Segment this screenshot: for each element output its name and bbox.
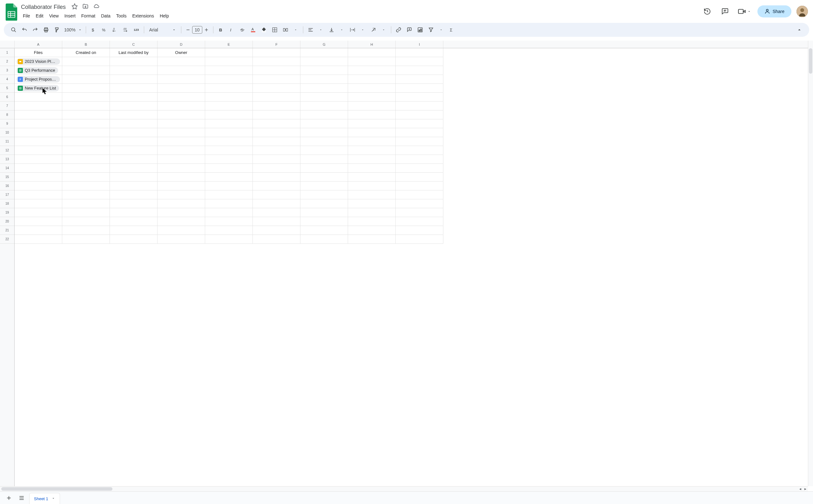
zoom-select[interactable]: 100% xyxy=(63,27,83,32)
print-icon[interactable] xyxy=(41,25,51,35)
svg-text:Σ: Σ xyxy=(450,28,452,32)
italic-icon[interactable]: I xyxy=(227,25,236,35)
bold-icon[interactable]: B xyxy=(216,25,225,35)
rotate-icon[interactable]: A xyxy=(369,25,378,35)
more-formats-icon[interactable]: 123 xyxy=(132,25,141,35)
share-button[interactable]: Share xyxy=(757,5,791,17)
svg-rect-29 xyxy=(251,31,255,32)
filter-dropdown-icon[interactable] xyxy=(437,25,446,35)
rotate-dropdown-icon[interactable] xyxy=(379,25,388,35)
svg-text:.00: .00 xyxy=(123,28,127,30)
cloud-status-icon[interactable] xyxy=(93,3,99,11)
svg-rect-45 xyxy=(418,28,423,32)
link-icon[interactable] xyxy=(394,25,403,35)
merge-dropdown-icon[interactable] xyxy=(291,25,300,35)
menu-data[interactable]: Data xyxy=(98,12,113,20)
svg-text:%: % xyxy=(102,28,105,32)
v-align-icon[interactable] xyxy=(327,25,336,35)
strikethrough-icon[interactable]: S xyxy=(237,25,247,35)
svg-rect-47 xyxy=(421,29,421,31)
text-color-icon[interactable]: A xyxy=(248,25,258,35)
menu-extensions[interactable]: Extensions xyxy=(130,12,156,20)
svg-rect-34 xyxy=(283,29,285,31)
account-avatar[interactable] xyxy=(796,6,808,17)
increase-font-icon[interactable] xyxy=(202,25,210,35)
svg-text:B: B xyxy=(219,28,222,32)
h-align-dropdown-icon[interactable] xyxy=(316,25,325,35)
history-icon[interactable] xyxy=(701,5,714,18)
menu-insert[interactable]: Insert xyxy=(62,12,78,20)
merge-cells-icon[interactable] xyxy=(281,25,290,35)
comments-icon[interactable] xyxy=(719,5,731,18)
svg-rect-46 xyxy=(419,30,420,31)
zoom-value: 100% xyxy=(64,27,76,32)
meet-button[interactable] xyxy=(736,7,752,16)
menu-help[interactable]: Help xyxy=(157,12,171,20)
star-icon[interactable] xyxy=(71,3,78,11)
increase-decimal-icon[interactable]: .00 xyxy=(121,25,130,35)
borders-icon[interactable] xyxy=(270,25,279,35)
menu-file[interactable]: File xyxy=(20,12,33,20)
svg-text:I: I xyxy=(230,28,231,32)
fill-color-icon[interactable] xyxy=(259,25,269,35)
font-size-input[interactable] xyxy=(192,26,202,34)
svg-point-8 xyxy=(800,8,804,12)
collapse-toolbar-icon[interactable] xyxy=(795,25,804,35)
comment-icon[interactable] xyxy=(404,25,414,35)
redo-icon[interactable] xyxy=(30,25,40,35)
menu-format[interactable]: Format xyxy=(79,12,98,20)
chart-icon[interactable] xyxy=(416,25,425,35)
wrap-dropdown-icon[interactable] xyxy=(358,25,367,35)
move-icon[interactable] xyxy=(82,3,89,11)
svg-text:.0: .0 xyxy=(112,28,115,30)
toolbar: 100% $ % .0 .00 123 Arial B I S A A Σ xyxy=(4,23,809,37)
font-select[interactable]: Arial xyxy=(147,27,178,32)
svg-text:A: A xyxy=(373,29,374,31)
font-value: Arial xyxy=(149,27,158,32)
search-menus-icon[interactable] xyxy=(9,25,18,35)
undo-icon[interactable] xyxy=(20,25,29,35)
menu-edit[interactable]: Edit xyxy=(33,12,46,20)
percent-icon[interactable]: % xyxy=(99,25,109,35)
sheets-logo[interactable] xyxy=(5,3,18,20)
menu-tools[interactable]: Tools xyxy=(114,12,129,20)
decrease-font-icon[interactable] xyxy=(184,25,192,35)
v-align-dropdown-icon[interactable] xyxy=(337,25,346,35)
doc-title[interactable]: Collaborator Files xyxy=(20,4,66,10)
h-align-icon[interactable] xyxy=(306,25,315,35)
filter-icon[interactable] xyxy=(426,25,436,35)
svg-text:A: A xyxy=(251,27,254,31)
svg-point-9 xyxy=(11,28,15,31)
decrease-decimal-icon[interactable]: .0 xyxy=(110,25,120,35)
share-label: Share xyxy=(773,9,784,14)
functions-icon[interactable]: Σ xyxy=(447,25,457,35)
svg-line-10 xyxy=(14,30,16,32)
menu-view[interactable]: View xyxy=(47,12,61,20)
paint-format-icon[interactable] xyxy=(52,25,62,35)
svg-text:123: 123 xyxy=(134,28,139,31)
currency-icon[interactable]: $ xyxy=(89,25,98,35)
wrap-icon[interactable] xyxy=(348,25,357,35)
svg-rect-30 xyxy=(262,31,266,32)
svg-text:$: $ xyxy=(92,28,94,32)
